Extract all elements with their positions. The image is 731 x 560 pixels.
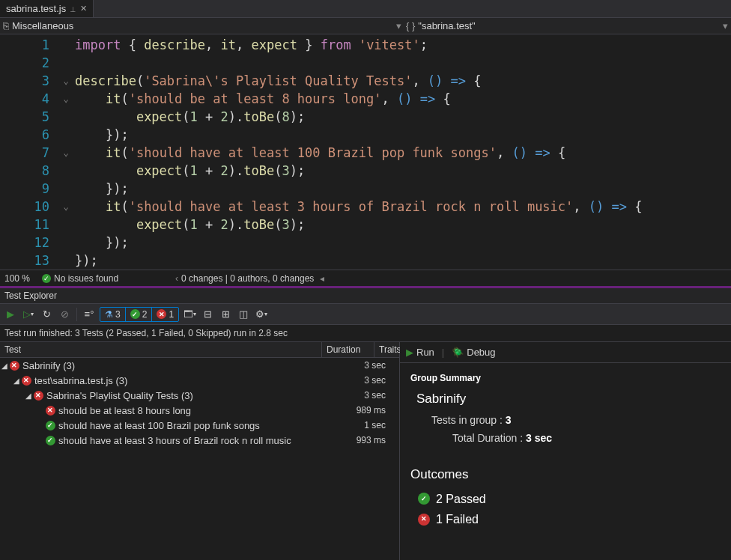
detail-run-button[interactable]: ▶ Run xyxy=(406,347,434,358)
chevron-left-icon: ‹ xyxy=(175,273,178,284)
results-tree-pane: Test Duration Traits ◢Sabrinify (3)3 sec… xyxy=(0,342,400,560)
tree-label: Sabrinify (3) xyxy=(19,360,347,371)
tree-duration: 3 sec xyxy=(347,375,399,386)
nav-scope-label: Miscellaneous xyxy=(12,20,73,31)
tree-row[interactable]: ◢Sabrinify (3)3 sec xyxy=(0,358,399,373)
zoom-level[interactable]: 100 % xyxy=(4,273,30,284)
view-button[interactable]: 🗔▾ xyxy=(182,307,197,322)
tree-label: test\sabrina.test.js (3) xyxy=(31,375,347,386)
results-header: Test Duration Traits xyxy=(0,342,399,358)
fail-icon xyxy=(46,406,55,416)
nav-member-dropdown[interactable]: { } "sabrina.test" ▾ xyxy=(406,20,728,31)
copy-icon: ⎘ xyxy=(3,20,9,31)
settings-button[interactable]: ⚙▾ xyxy=(254,307,269,322)
pass-icon xyxy=(46,436,55,445)
tree-row[interactable]: should have at least 100 Brazil pop funk… xyxy=(0,418,399,433)
nav-scope-dropdown[interactable]: ⎘ Miscellaneous xyxy=(3,20,73,31)
col-test[interactable]: Test xyxy=(0,342,322,357)
hierarchy-button[interactable]: ⊟ xyxy=(200,307,215,322)
outcomes-heading: Outcomes xyxy=(410,464,721,486)
tree-row[interactable]: ◢Sabrina's Playlist Quality Tests (3)3 s… xyxy=(0,388,399,403)
line-number-gutter: 12345678910111213 xyxy=(0,34,57,270)
tree-duration: 1 sec xyxy=(347,420,399,430)
nav-bar: ⎘ Miscellaneous ▾ { } "sabrina.test" ▾ xyxy=(0,18,731,34)
filter-passed[interactable]: 2 xyxy=(126,308,153,321)
tree-duration: 3 sec xyxy=(347,360,399,371)
issues-status[interactable]: No issues found xyxy=(42,273,118,284)
detail-debug-button[interactable]: 🪲 Debug xyxy=(452,347,495,358)
expand-button[interactable]: ⊞ xyxy=(218,307,233,322)
tree-label: Sabrina's Playlist Quality Tests (3) xyxy=(43,390,347,401)
braces-icon: { } xyxy=(406,20,415,31)
outcomes-section: Outcomes 2 Passed 1 Failed xyxy=(410,464,721,529)
panel-title: Test Explorer xyxy=(0,288,731,304)
tree-duration: 989 ms xyxy=(347,405,399,416)
columns-button[interactable]: ◫ xyxy=(236,307,251,322)
repeat-button[interactable]: ↻ xyxy=(39,307,54,322)
code-editor[interactable]: 12345678910111213 ⌄⌄⌄⌄ import { describe… xyxy=(0,34,731,270)
pass-icon xyxy=(418,493,430,505)
detail-body: Group Summary Sabrinify Tests in group :… xyxy=(400,363,731,537)
outcome-failed: 1 Failed xyxy=(410,509,721,529)
bug-icon: 🪲 xyxy=(452,347,464,358)
filter-pills: ⚗ 3 2 1 xyxy=(100,307,179,322)
col-duration[interactable]: Duration xyxy=(322,342,374,357)
check-icon xyxy=(42,274,51,283)
nav-mid-caret[interactable]: ▾ xyxy=(396,20,401,31)
close-icon[interactable]: ✕ xyxy=(80,4,87,13)
chevron-right-icon: ◂ xyxy=(320,273,324,284)
editor-status-bar: 100 % No issues found ‹ 0 changes | 0 au… xyxy=(0,270,731,286)
code-area[interactable]: import { describe, it, expect } from 'vi… xyxy=(75,34,643,270)
flask-icon: ⚗ xyxy=(105,309,113,320)
run-summary: Test run finished: 3 Tests (2 Passed, 1 … xyxy=(0,325,731,341)
playlist-button[interactable]: ≡° xyxy=(82,307,97,322)
tab-bar: sabrina.test.js ⟂ ✕ xyxy=(0,0,731,18)
pin-icon[interactable]: ⟂ xyxy=(70,4,76,13)
fail-icon xyxy=(157,309,166,319)
detail-toolbar: ▶ Run | 🪲 Debug xyxy=(400,342,731,363)
nav-member-label: "sabrina.test" xyxy=(418,20,475,31)
fold-column[interactable]: ⌄⌄⌄⌄ xyxy=(57,34,75,270)
filter-failed[interactable]: 1 xyxy=(152,308,178,321)
group-summary-heading: Group Summary xyxy=(410,371,721,386)
total-duration-row: Total Duration : 3 sec xyxy=(410,430,721,448)
detail-pane: ▶ Run | 🪲 Debug Group Summary Sabrinify … xyxy=(400,342,731,560)
fail-icon xyxy=(418,514,430,526)
pass-icon xyxy=(46,421,55,430)
expand-icon[interactable]: ◢ xyxy=(0,362,9,370)
fail-icon xyxy=(22,376,31,386)
test-tree[interactable]: ◢Sabrinify (3)3 sec◢test\sabrina.test.js… xyxy=(0,358,399,560)
test-explorer-toolbar: ▶ ▷▾ ↻ ⊘ ≡° ⚗ 3 2 1 🗔▾ ⊟ ⊞ ◫ ⚙▾ xyxy=(0,304,731,325)
tree-duration: 3 sec xyxy=(347,390,399,401)
tab-filename: sabrina.test.js xyxy=(6,3,66,14)
nav-right-caret: ▾ xyxy=(723,20,728,31)
run-button[interactable]: ▷▾ xyxy=(21,307,36,322)
expand-icon[interactable]: ◢ xyxy=(24,392,33,400)
group-title: Sabrinify xyxy=(410,389,721,410)
fail-icon xyxy=(10,361,19,371)
tree-duration: 993 ms xyxy=(347,435,399,445)
tree-label: should have at least 3 hours of Brazil r… xyxy=(55,435,347,446)
pass-icon xyxy=(130,309,140,319)
cancel-button[interactable]: ⊘ xyxy=(57,307,72,322)
results-pane: Test Duration Traits ◢Sabrinify (3)3 sec… xyxy=(0,341,731,560)
tree-row[interactable]: ◢test\sabrina.test.js (3)3 sec xyxy=(0,373,399,388)
fail-icon xyxy=(34,391,43,401)
run-all-button[interactable]: ▶ xyxy=(3,307,18,322)
tests-in-group-row: Tests in group : 3 xyxy=(410,412,721,430)
outcome-passed: 2 Passed xyxy=(410,489,721,509)
filter-total[interactable]: ⚗ 3 xyxy=(100,308,126,321)
tree-label: should have at least 100 Brazil pop funk… xyxy=(55,420,347,431)
expand-icon[interactable]: ◢ xyxy=(12,377,21,385)
tree-row[interactable]: should have at least 3 hours of Brazil r… xyxy=(0,433,399,448)
changes-status[interactable]: ‹ 0 changes | 0 authors, 0 changes ◂ xyxy=(175,273,324,284)
tree-label: should be at least 8 hours long xyxy=(55,405,347,416)
play-icon: ▶ xyxy=(406,347,413,358)
editor-tab[interactable]: sabrina.test.js ⟂ ✕ xyxy=(0,0,94,17)
tree-row[interactable]: should be at least 8 hours long989 ms xyxy=(0,403,399,418)
